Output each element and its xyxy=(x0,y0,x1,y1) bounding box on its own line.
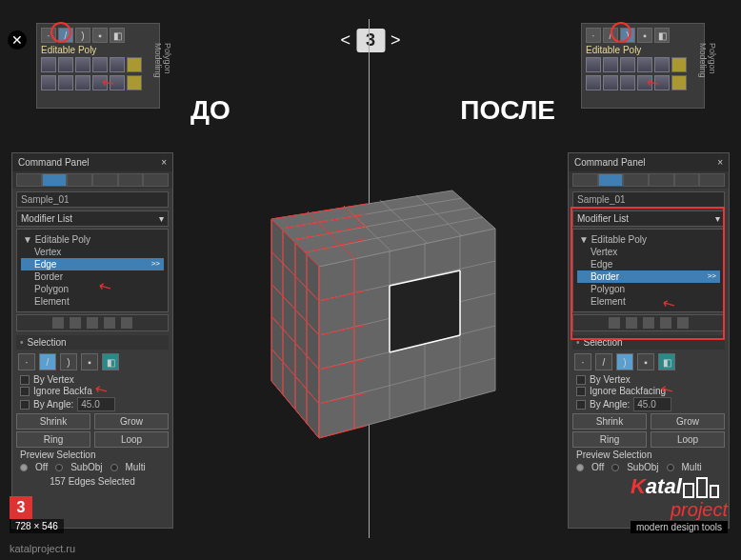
tree-element[interactable]: Element xyxy=(21,295,164,308)
sel-polygon-icon[interactable]: ▪ xyxy=(81,353,98,370)
ribbon-border-icon[interactable]: ) xyxy=(75,28,90,43)
ignore-backfacing-checkbox[interactable] xyxy=(576,387,586,396)
object-name-input[interactable]: Sample_01 xyxy=(572,191,725,208)
ribbon-edge-icon[interactable]: / xyxy=(603,28,618,43)
selection-rollout[interactable]: Selection xyxy=(572,335,725,350)
ribbon-tool-5[interactable] xyxy=(110,57,125,72)
unique-icon[interactable] xyxy=(87,317,98,329)
modify-tab[interactable] xyxy=(598,173,624,187)
ribbon-tool-12[interactable] xyxy=(127,75,142,90)
ribbon-tool-9[interactable] xyxy=(75,75,90,90)
remove-icon[interactable] xyxy=(104,317,115,329)
tree-root[interactable]: ▼ Editable Poly xyxy=(577,233,720,246)
ribbon-tool-8[interactable] xyxy=(603,75,618,90)
ribbon-tool-5[interactable] xyxy=(654,57,670,72)
tree-element[interactable]: Element xyxy=(577,295,720,308)
ribbon-tool-12[interactable] xyxy=(671,75,687,90)
by-angle-checkbox[interactable] xyxy=(20,400,30,410)
tree-polygon[interactable]: Polygon xyxy=(21,283,164,295)
preview-off-radio[interactable] xyxy=(20,464,28,471)
selection-rollout[interactable]: Selection xyxy=(16,335,169,350)
shrink-button[interactable]: Shrink xyxy=(16,413,90,430)
ribbon-border-icon[interactable]: ) xyxy=(620,28,635,43)
tree-vertex[interactable]: Vertex xyxy=(577,246,720,258)
configure-icon[interactable] xyxy=(121,317,132,329)
create-tab[interactable] xyxy=(572,173,598,187)
show-result-icon[interactable] xyxy=(70,317,81,329)
footer-link[interactable]: katalproject.ru xyxy=(10,543,75,554)
modifier-list-dropdown[interactable]: Modifier List▾ xyxy=(16,210,169,227)
modifier-list-dropdown[interactable]: Modifier List▾ xyxy=(572,210,725,227)
preview-subobj-radio[interactable] xyxy=(611,464,619,471)
preview-multi-radio[interactable] xyxy=(110,464,118,471)
ribbon-tool-9[interactable] xyxy=(620,75,635,90)
sel-element-icon[interactable]: ◧ xyxy=(102,353,119,370)
sel-element-icon[interactable]: ◧ xyxy=(658,353,675,370)
hierarchy-tab[interactable] xyxy=(623,173,649,187)
sel-border-icon[interactable]: ) xyxy=(60,353,77,370)
ribbon-element-icon[interactable]: ◧ xyxy=(110,28,125,43)
ribbon-tool-7[interactable] xyxy=(41,75,56,90)
angle-input[interactable] xyxy=(77,397,115,411)
tree-edge[interactable]: Edge xyxy=(577,258,720,270)
create-tab[interactable] xyxy=(16,173,42,187)
sel-edge-icon[interactable]: / xyxy=(39,353,56,370)
preview-subobj-radio[interactable] xyxy=(55,464,63,471)
preview-multi-radio[interactable] xyxy=(667,464,674,471)
ribbon-tool-1[interactable] xyxy=(41,57,56,72)
loop-button[interactable]: Loop xyxy=(651,431,725,448)
sel-vertex-icon[interactable]: · xyxy=(574,353,591,370)
sel-vertex-icon[interactable]: · xyxy=(18,353,35,370)
ring-button[interactable]: Ring xyxy=(572,431,647,448)
ribbon-tool-2[interactable] xyxy=(58,57,73,72)
tree-polygon[interactable]: Polygon xyxy=(577,283,720,295)
sel-polygon-icon[interactable]: ▪ xyxy=(637,353,654,370)
tree-vertex[interactable]: Vertex xyxy=(21,246,164,258)
ribbon-tool-3[interactable] xyxy=(75,57,90,72)
utilities-tab[interactable] xyxy=(699,173,725,187)
sel-edge-icon[interactable]: / xyxy=(595,353,612,370)
ribbon-tool-8[interactable] xyxy=(58,75,73,90)
object-name-input[interactable]: Sample_01 xyxy=(16,191,169,208)
by-vertex-checkbox[interactable] xyxy=(20,375,30,385)
show-result-icon[interactable] xyxy=(626,317,637,329)
by-vertex-checkbox[interactable] xyxy=(576,375,586,385)
preview-off-radio[interactable] xyxy=(576,464,584,471)
panel-close-icon[interactable]: × xyxy=(161,157,167,168)
hierarchy-tab[interactable] xyxy=(67,173,92,187)
sel-border-icon[interactable]: ) xyxy=(616,353,633,370)
configure-icon[interactable] xyxy=(677,317,689,329)
utilities-tab[interactable] xyxy=(143,173,169,187)
ring-button[interactable]: Ring xyxy=(16,431,90,448)
unique-icon[interactable] xyxy=(643,317,654,329)
remove-icon[interactable] xyxy=(660,317,671,329)
ribbon-tool-7[interactable] xyxy=(586,75,601,90)
ignore-backfacing-checkbox[interactable] xyxy=(20,387,30,396)
ribbon-polygon-icon[interactable]: ▪ xyxy=(637,28,652,43)
grow-button[interactable]: Grow xyxy=(651,413,725,430)
pin-icon[interactable] xyxy=(609,317,620,329)
tree-edge[interactable]: Edge xyxy=(21,258,164,270)
ribbon-vertex-icon[interactable]: · xyxy=(41,28,56,43)
ribbon-tool-6[interactable] xyxy=(671,57,687,72)
loop-button[interactable]: Loop xyxy=(94,431,169,448)
ribbon-tool-6[interactable] xyxy=(127,57,142,72)
tree-root[interactable]: ▼ Editable Poly xyxy=(21,233,164,246)
ribbon-tool-4[interactable] xyxy=(637,57,652,72)
ribbon-tool-1[interactable] xyxy=(586,57,601,72)
motion-tab[interactable] xyxy=(649,173,674,187)
display-tab[interactable] xyxy=(674,173,700,187)
tree-border[interactable]: Border xyxy=(21,270,164,283)
ribbon-tool-4[interactable] xyxy=(92,57,108,72)
ribbon-tool-2[interactable] xyxy=(603,57,618,72)
close-button[interactable]: ✕ xyxy=(8,30,27,50)
modify-tab[interactable] xyxy=(42,173,68,187)
panel-close-icon[interactable]: × xyxy=(717,157,723,168)
tree-border[interactable]: Border xyxy=(577,270,720,283)
pin-icon[interactable] xyxy=(52,317,64,329)
ribbon-vertex-icon[interactable]: · xyxy=(586,28,601,43)
ribbon-tool-3[interactable] xyxy=(620,57,635,72)
ribbon-polygon-icon[interactable]: ▪ xyxy=(92,28,108,43)
by-angle-checkbox[interactable] xyxy=(576,400,586,410)
motion-tab[interactable] xyxy=(92,173,118,187)
